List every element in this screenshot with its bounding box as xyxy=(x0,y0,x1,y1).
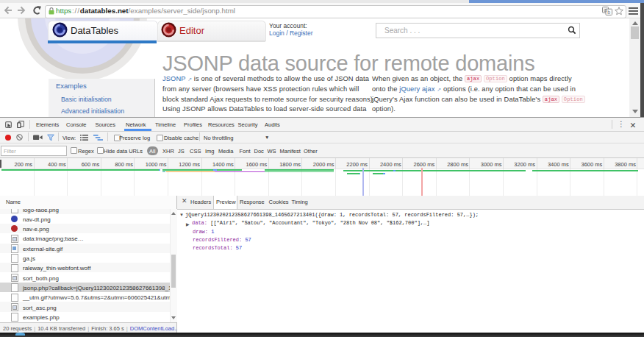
svg-text:a: a xyxy=(604,7,607,13)
svg-text:b: b xyxy=(607,10,610,15)
